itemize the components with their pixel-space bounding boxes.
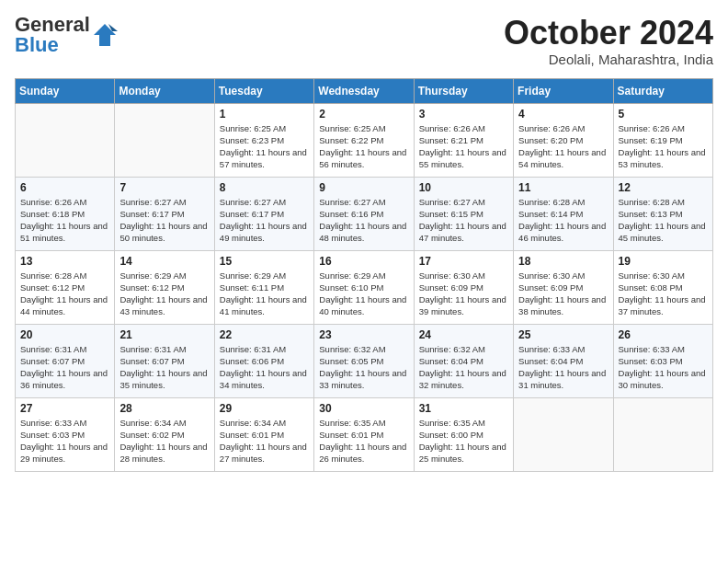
cell-info: Sunrise: 6:26 AM Sunset: 6:19 PM Dayligh… (619, 122, 708, 171)
day-number: 27 (20, 402, 109, 415)
calendar-cell: 2Sunrise: 6:25 AM Sunset: 6:22 PM Daylig… (314, 103, 414, 177)
calendar-cell: 13Sunrise: 6:28 AM Sunset: 6:12 PM Dayli… (16, 250, 115, 324)
day-number: 13 (20, 255, 109, 268)
page-header: General Blue October 2024 Deolali, Mahar… (15, 15, 713, 67)
cell-info: Sunrise: 6:32 AM Sunset: 6:04 PM Dayligh… (419, 343, 508, 392)
cell-info: Sunrise: 6:27 AM Sunset: 6:17 PM Dayligh… (119, 196, 209, 245)
calendar-cell: 31Sunrise: 6:35 AM Sunset: 6:00 PM Dayli… (414, 397, 513, 471)
calendar-cell: 22Sunrise: 6:31 AM Sunset: 6:06 PM Dayli… (214, 324, 313, 397)
cell-info: Sunrise: 6:28 AM Sunset: 6:14 PM Dayligh… (518, 196, 608, 245)
day-number: 22 (220, 328, 309, 341)
header-tuesday: Tuesday (214, 78, 313, 103)
day-number: 6 (20, 181, 109, 194)
day-number: 1 (220, 108, 309, 121)
day-number: 9 (319, 181, 408, 194)
calendar-cell: 28Sunrise: 6:34 AM Sunset: 6:02 PM Dayli… (115, 397, 214, 471)
calendar-cell: 15Sunrise: 6:29 AM Sunset: 6:11 PM Dayli… (214, 250, 313, 324)
cell-info: Sunrise: 6:33 AM Sunset: 6:04 PM Dayligh… (518, 343, 608, 392)
cell-info: Sunrise: 6:29 AM Sunset: 6:11 PM Dayligh… (220, 270, 309, 318)
week-row-5: 27Sunrise: 6:33 AM Sunset: 6:03 PM Dayli… (16, 397, 713, 471)
day-number: 14 (119, 255, 209, 268)
header-monday: Monday (115, 78, 214, 103)
calendar-cell: 1Sunrise: 6:25 AM Sunset: 6:23 PM Daylig… (214, 103, 313, 177)
header-sunday: Sunday (16, 78, 115, 103)
calendar-cell: 30Sunrise: 6:35 AM Sunset: 6:01 PM Dayli… (314, 397, 414, 471)
day-number: 30 (319, 402, 408, 415)
cell-info: Sunrise: 6:25 AM Sunset: 6:23 PM Dayligh… (220, 122, 309, 171)
calendar-cell: 4Sunrise: 6:26 AM Sunset: 6:20 PM Daylig… (514, 103, 613, 177)
header-wednesday: Wednesday (314, 78, 414, 103)
cell-info: Sunrise: 6:33 AM Sunset: 6:03 PM Dayligh… (619, 343, 708, 392)
calendar-cell: 6Sunrise: 6:26 AM Sunset: 6:18 PM Daylig… (16, 177, 115, 250)
week-row-4: 20Sunrise: 6:31 AM Sunset: 6:07 PM Dayli… (16, 324, 713, 397)
cell-info: Sunrise: 6:27 AM Sunset: 6:17 PM Dayligh… (220, 196, 309, 245)
calendar-cell: 12Sunrise: 6:28 AM Sunset: 6:13 PM Dayli… (613, 177, 712, 250)
calendar-body: 1Sunrise: 6:25 AM Sunset: 6:23 PM Daylig… (16, 103, 713, 471)
calendar-cell: 27Sunrise: 6:33 AM Sunset: 6:03 PM Dayli… (16, 397, 115, 471)
cell-info: Sunrise: 6:34 AM Sunset: 6:02 PM Dayligh… (119, 417, 209, 465)
week-row-1: 1Sunrise: 6:25 AM Sunset: 6:23 PM Daylig… (16, 103, 713, 177)
cell-info: Sunrise: 6:29 AM Sunset: 6:10 PM Dayligh… (319, 270, 408, 318)
month-title: October 2024 (504, 15, 713, 52)
calendar-cell: 11Sunrise: 6:28 AM Sunset: 6:14 PM Dayli… (514, 177, 613, 250)
day-number: 31 (419, 402, 508, 415)
calendar-cell: 3Sunrise: 6:26 AM Sunset: 6:21 PM Daylig… (414, 103, 513, 177)
cell-info: Sunrise: 6:30 AM Sunset: 6:09 PM Dayligh… (518, 270, 608, 318)
calendar-cell: 29Sunrise: 6:34 AM Sunset: 6:01 PM Dayli… (214, 397, 313, 471)
day-number: 24 (419, 328, 508, 341)
day-number: 28 (119, 402, 209, 415)
day-number: 15 (220, 255, 309, 268)
logo-general-text: General (15, 15, 90, 35)
cell-info: Sunrise: 6:28 AM Sunset: 6:12 PM Dayligh… (20, 270, 109, 318)
day-number: 19 (619, 255, 708, 268)
cell-info: Sunrise: 6:26 AM Sunset: 6:20 PM Dayligh… (518, 122, 608, 171)
day-number: 25 (518, 328, 608, 341)
calendar-cell: 8Sunrise: 6:27 AM Sunset: 6:17 PM Daylig… (214, 177, 313, 250)
cell-info: Sunrise: 6:27 AM Sunset: 6:16 PM Dayligh… (319, 196, 408, 245)
cell-info: Sunrise: 6:29 AM Sunset: 6:12 PM Dayligh… (119, 270, 209, 318)
day-number: 11 (518, 181, 608, 194)
cell-info: Sunrise: 6:27 AM Sunset: 6:15 PM Dayligh… (419, 196, 508, 245)
calendar-cell: 20Sunrise: 6:31 AM Sunset: 6:07 PM Dayli… (16, 324, 115, 397)
calendar-table: SundayMondayTuesdayWednesdayThursdayFrid… (15, 78, 713, 472)
calendar-cell: 9Sunrise: 6:27 AM Sunset: 6:16 PM Daylig… (314, 177, 414, 250)
day-number: 3 (419, 108, 508, 121)
day-number: 23 (319, 328, 408, 341)
calendar-cell: 14Sunrise: 6:29 AM Sunset: 6:12 PM Dayli… (115, 250, 214, 324)
location: Deolali, Maharashtra, India (504, 52, 713, 67)
logo-blue-text: Blue (15, 35, 90, 55)
day-number: 4 (518, 108, 608, 121)
cell-info: Sunrise: 6:30 AM Sunset: 6:08 PM Dayligh… (619, 270, 708, 318)
cell-info: Sunrise: 6:26 AM Sunset: 6:18 PM Dayligh… (20, 196, 109, 245)
calendar-cell: 5Sunrise: 6:26 AM Sunset: 6:19 PM Daylig… (613, 103, 712, 177)
day-number: 12 (619, 181, 708, 194)
calendar-cell (16, 103, 115, 177)
cell-info: Sunrise: 6:35 AM Sunset: 6:00 PM Dayligh… (419, 417, 508, 465)
calendar-cell: 21Sunrise: 6:31 AM Sunset: 6:07 PM Dayli… (115, 324, 214, 397)
cell-info: Sunrise: 6:35 AM Sunset: 6:01 PM Dayligh… (319, 417, 408, 465)
day-number: 8 (220, 181, 309, 194)
week-row-2: 6Sunrise: 6:26 AM Sunset: 6:18 PM Daylig… (16, 177, 713, 250)
calendar-cell: 7Sunrise: 6:27 AM Sunset: 6:17 PM Daylig… (115, 177, 214, 250)
cell-info: Sunrise: 6:31 AM Sunset: 6:06 PM Dayligh… (220, 343, 309, 392)
calendar-cell: 19Sunrise: 6:30 AM Sunset: 6:08 PM Dayli… (613, 250, 712, 324)
header-saturday: Saturday (613, 78, 712, 103)
cell-info: Sunrise: 6:32 AM Sunset: 6:05 PM Dayligh… (319, 343, 408, 392)
calendar-header-row: SundayMondayTuesdayWednesdayThursdayFrid… (16, 78, 713, 103)
cell-info: Sunrise: 6:33 AM Sunset: 6:03 PM Dayligh… (20, 417, 109, 465)
day-number: 20 (20, 328, 109, 341)
day-number: 18 (518, 255, 608, 268)
day-number: 29 (220, 402, 309, 415)
day-number: 10 (419, 181, 508, 194)
logo: General Blue (15, 15, 118, 55)
header-friday: Friday (514, 78, 613, 103)
cell-info: Sunrise: 6:31 AM Sunset: 6:07 PM Dayligh… (20, 343, 109, 392)
header-thursday: Thursday (414, 78, 513, 103)
calendar-cell: 23Sunrise: 6:32 AM Sunset: 6:05 PM Dayli… (314, 324, 414, 397)
day-number: 21 (119, 328, 209, 341)
calendar-cell: 16Sunrise: 6:29 AM Sunset: 6:10 PM Dayli… (314, 250, 414, 324)
cell-info: Sunrise: 6:31 AM Sunset: 6:07 PM Dayligh… (119, 343, 209, 392)
week-row-3: 13Sunrise: 6:28 AM Sunset: 6:12 PM Dayli… (16, 250, 713, 324)
day-number: 7 (119, 181, 209, 194)
day-number: 26 (619, 328, 708, 341)
